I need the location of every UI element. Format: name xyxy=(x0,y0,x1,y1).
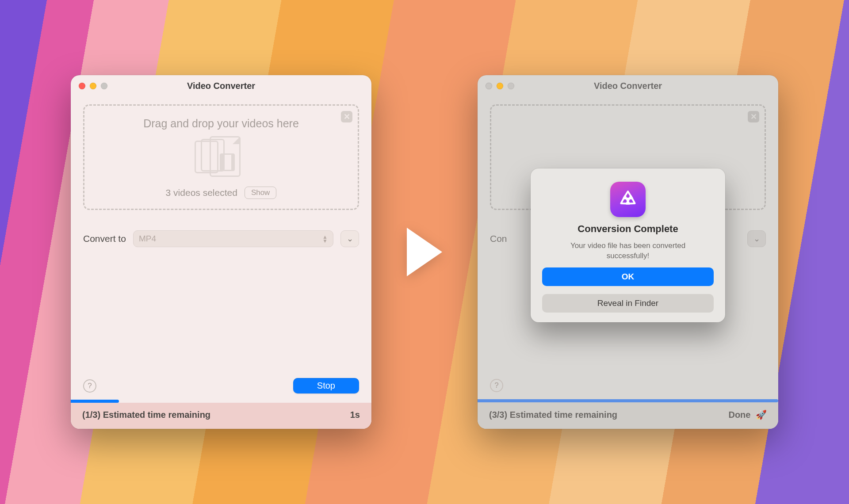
status-value: 1s xyxy=(350,410,360,420)
window-title: Video Converter xyxy=(71,81,371,91)
recycle-arrows-icon xyxy=(617,189,639,210)
reveal-button[interactable]: Reveal in Finder xyxy=(542,294,714,313)
files-icon xyxy=(195,136,248,180)
dialog-title: Conversion Complete xyxy=(577,223,678,235)
format-value: MP4 xyxy=(139,234,156,244)
show-button[interactable]: Show xyxy=(245,187,277,199)
chevron-down-icon: ⌄ xyxy=(347,234,353,244)
arrow-icon xyxy=(407,228,442,276)
selection-row: 3 videos selected Show xyxy=(166,187,277,199)
window-after: Video Converter ✕ Drag and drop your vid… xyxy=(478,75,778,429)
window-before: Video Converter ✕ Drag and drop your vid… xyxy=(71,75,371,429)
selected-count: 3 videos selected xyxy=(166,187,237,198)
modal-backdrop: Conversion Complete Your video file has … xyxy=(478,75,778,429)
status-bar: (1/3) Estimated time remaining 1s xyxy=(71,403,371,429)
titlebar: Video Converter xyxy=(71,75,371,96)
help-button[interactable]: ? xyxy=(83,379,96,393)
convert-label: Convert to xyxy=(83,233,126,244)
updown-icon: ▲▼ xyxy=(322,235,328,243)
status-label: (1/3) Estimated time remaining xyxy=(82,410,210,420)
conversion-complete-dialog: Conversion Complete Your video file has … xyxy=(531,168,725,322)
dialog-message: Your video file has been converted succe… xyxy=(555,241,701,261)
advanced-toggle[interactable]: ⌄ xyxy=(340,230,359,247)
toolbar: ? Stop xyxy=(83,370,359,400)
app-icon xyxy=(610,182,646,217)
ok-button[interactable]: OK xyxy=(542,267,714,286)
convert-row: Convert to MP4 ▲▼ ⌄ xyxy=(83,230,359,247)
stop-button[interactable]: Stop xyxy=(293,378,359,393)
window-body: ✕ Drag and drop your videos here 3 video… xyxy=(71,96,371,400)
progress-track xyxy=(71,400,371,403)
dropzone-hint: Drag and drop your videos here xyxy=(143,117,299,130)
dropzone[interactable]: ✕ Drag and drop your videos here 3 video… xyxy=(83,104,359,210)
progress-fill xyxy=(71,400,119,403)
clear-dropzone-icon[interactable]: ✕ xyxy=(341,111,352,122)
format-select[interactable]: MP4 ▲▼ xyxy=(133,230,333,247)
